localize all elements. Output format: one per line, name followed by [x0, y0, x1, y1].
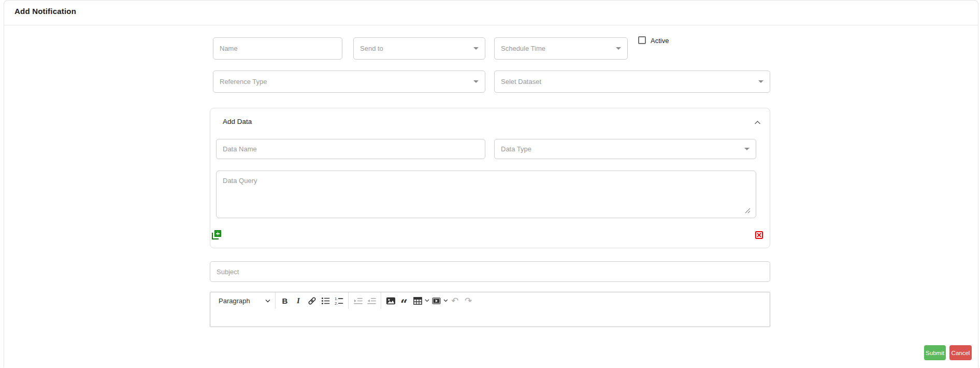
active-checkbox[interactable] [638, 36, 646, 44]
svg-text:2.: 2. [335, 301, 338, 305]
insert-media-group [429, 294, 448, 307]
link-button[interactable] [305, 294, 319, 307]
caret-down-icon [744, 148, 750, 150]
data-type-select[interactable]: Data Type [494, 139, 756, 159]
chevron-down-icon[interactable] [443, 299, 448, 302]
send-to-placeholder: Send to [360, 45, 383, 52]
close-square-icon [757, 233, 761, 237]
italic-button[interactable]: I [292, 294, 305, 307]
undo-button[interactable]: ↶ [448, 294, 462, 307]
redo-icon: ↷ [465, 296, 472, 305]
indent-button[interactable] [351, 294, 365, 307]
select-dataset-placeholder: Selet Dataset [501, 78, 541, 86]
chevron-up-icon [754, 120, 761, 125]
table-icon [413, 296, 423, 306]
italic-icon: I [297, 296, 300, 305]
outdent-icon [367, 296, 377, 306]
numbered-list-icon: 1. 2. [334, 296, 344, 306]
link-icon [307, 296, 317, 306]
send-to-select[interactable]: Send to [353, 37, 485, 60]
undo-icon: ↶ [451, 296, 458, 305]
reference-type-placeholder: Reference Type [220, 78, 267, 86]
media-icon [431, 296, 441, 306]
chevron-down-icon [265, 299, 270, 303]
submit-button[interactable]: Submit [924, 345, 946, 360]
toolbar-separator [381, 292, 381, 309]
name-input[interactable] [213, 37, 342, 60]
bulleted-list-button[interactable] [319, 294, 332, 307]
caret-down-icon [473, 80, 479, 83]
toolbar-separator [275, 292, 276, 309]
header-divider [4, 25, 978, 25]
insert-table-group [411, 294, 429, 307]
data-type-placeholder: Data Type [501, 145, 531, 153]
data-name-input[interactable] [216, 139, 485, 159]
paragraph-dropdown[interactable]: Paragraph [215, 294, 272, 307]
collapse-section-button[interactable] [754, 118, 761, 122]
chevron-down-icon[interactable] [425, 299, 429, 302]
indent-icon [353, 296, 363, 306]
insert-image-button[interactable] [384, 294, 397, 307]
active-label: Active [651, 37, 669, 45]
insert-media-button[interactable] [429, 294, 443, 307]
block-quote-icon: “ [400, 303, 408, 306]
bulleted-list-icon [321, 296, 330, 306]
subject-input[interactable] [210, 261, 770, 282]
paragraph-dropdown-label: Paragraph [219, 297, 250, 305]
select-dataset-select[interactable]: Selet Dataset [494, 70, 770, 93]
add-data-row-button[interactable] [212, 230, 221, 239]
outdent-button[interactable] [365, 294, 378, 307]
page-title: Add Notification [15, 7, 76, 16]
schedule-time-select[interactable]: Schedule Time [494, 37, 628, 60]
editor-toolbar: Paragraph B I [210, 292, 770, 309]
editor-content[interactable] [210, 309, 770, 327]
image-icon [386, 296, 396, 306]
insert-table-button[interactable] [411, 294, 424, 307]
toolbar-separator [348, 292, 349, 309]
data-query-textarea[interactable] [216, 171, 756, 218]
bold-button[interactable]: B [278, 294, 292, 307]
reference-type-select[interactable]: Reference Type [213, 70, 485, 93]
numbered-list-button[interactable]: 1. 2. [332, 294, 345, 307]
cancel-button[interactable]: Cancel [949, 345, 972, 360]
remove-data-row-button[interactable] [755, 231, 763, 239]
svg-text:1.: 1. [335, 296, 338, 301]
bold-icon: B [282, 296, 288, 305]
plus-square-icon [214, 230, 221, 237]
add-data-title: Add Data [223, 118, 252, 125]
caret-down-icon [616, 47, 621, 50]
add-notification-page: Add Notification Send to Schedule Time A… [0, 0, 980, 368]
redo-button[interactable]: ↷ [462, 294, 475, 307]
caret-down-icon [473, 47, 479, 50]
block-quote-button[interactable]: “ [397, 294, 411, 307]
caret-down-icon [758, 80, 763, 83]
schedule-time-placeholder: Schedule Time [501, 45, 545, 52]
